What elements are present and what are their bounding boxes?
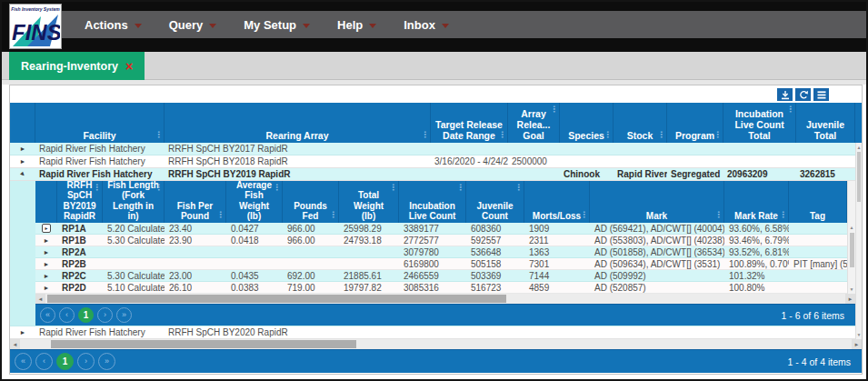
column-menu-icon[interactable]: ⋮ (514, 184, 523, 192)
pager-last-button[interactable]: » (98, 353, 115, 370)
column-menu-icon[interactable]: ⋮ (713, 131, 722, 139)
subgrid-row-rp1a[interactable]: ► RP1A 5.20 Calculated 23.40 0.0427 966.… (35, 223, 847, 235)
column-header-incubation-live-count-total[interactable]: Incubation Live Count Total ⋮ (723, 103, 796, 143)
scroll-up-icon[interactable]: ▲ (848, 225, 855, 230)
expand-row-icon[interactable]: ► (44, 261, 50, 267)
cell-unit-name: RP1A (57, 224, 103, 234)
subgrid-vertical-scrollbar[interactable]: ▲ ▼ (847, 181, 855, 294)
menu-item-actions[interactable]: Actions (76, 18, 161, 32)
pager-prev-button[interactable]: ‹ (59, 307, 75, 323)
column-menu-icon[interactable]: ⋮ (155, 184, 163, 192)
collapse-row-icon[interactable]: ► (18, 171, 27, 177)
expand-row-icon[interactable]: ► (20, 329, 26, 336)
scroll-left-icon[interactable]: ◄ (10, 339, 20, 349)
scroll-right-icon[interactable]: ► (852, 339, 862, 349)
scrollbar-thumb[interactable] (850, 233, 854, 267)
pager-first-button[interactable]: « (15, 353, 32, 370)
column-menu-icon[interactable]: ⋮ (216, 211, 224, 219)
pager-next-button[interactable]: › (97, 307, 113, 323)
app-window: Fish Inventory System FINS Actions Query… (0, 0, 868, 381)
subgrid-column-header-incubation-live-count[interactable]: Incubation Live Count ⋮ (399, 181, 466, 223)
grid-vertical-scrollbar[interactable]: ▲ ▼ (855, 143, 862, 339)
column-menu-icon[interactable]: ⋮ (604, 131, 612, 139)
column-header-array-release-goal[interactable]: Array Relea... Goal ⋮ (508, 103, 560, 143)
scrollbar-thumb[interactable] (51, 340, 356, 348)
subgrid-column-header-juvenile-count[interactable]: Juvenile Count ⋮ (466, 181, 524, 223)
scrollbar-thumb[interactable] (857, 152, 861, 202)
subgrid-row-rp1b[interactable]: ► RP1B 5.30 Calculated 23.90 0.0418 966.… (35, 235, 847, 246)
column-menu-icon[interactable]: ⋮ (580, 211, 588, 219)
grid-horizontal-scrollbar[interactable]: ◄ ► (10, 339, 862, 349)
subgrid-column-header-mark[interactable]: Mark ⋮ (590, 181, 724, 223)
pager-page-1-button[interactable]: 1 (56, 353, 74, 370)
subgrid-row-rp2d[interactable]: ► RP2D 5.10 Calculated 26.10 0.0383 719.… (35, 282, 847, 294)
refresh-button[interactable] (795, 88, 811, 101)
column-header-target-release-date-range[interactable]: Target Release Date Range ⋮ (431, 103, 508, 143)
scroll-left-icon[interactable]: ◄ (35, 294, 45, 304)
scroll-down-icon[interactable]: ▼ (848, 286, 855, 292)
scroll-up-icon[interactable]: ▲ (856, 145, 862, 150)
column-header-facility[interactable]: Facility ⋮ (35, 103, 165, 143)
column-menu-icon[interactable]: ⋮ (329, 211, 337, 219)
column-menu-icon[interactable]: ⋮ (389, 184, 397, 192)
menu-item-my-setup[interactable]: My Setup (235, 18, 329, 32)
subgrid-column-header-mark-rate[interactable]: Mark Rate ⋮ (724, 181, 789, 223)
table-row-by2019-expanded[interactable]: ► Rapid River Fish Hatchery RRFH SpCH BY… (10, 168, 855, 181)
expand-row-icon[interactable]: ► (44, 249, 50, 256)
subgrid-column-header-fish-per-pound[interactable]: Fish Per Pound ⋮ (165, 181, 226, 223)
column-menu-icon[interactable]: ⋮ (421, 131, 429, 139)
subgrid-column-header-rearing-unit[interactable]: RRFH SpCH BY2019 RapidR ⋮ (57, 181, 103, 223)
export-button[interactable] (777, 88, 793, 101)
pager-prev-button[interactable]: ‹ (35, 353, 53, 370)
pager-first-button[interactable]: « (40, 307, 55, 323)
subgrid-column-header-pounds-fed[interactable]: Pounds Fed ⋮ (283, 181, 339, 223)
column-header-juvenile-total[interactable]: Juvenile Total (796, 103, 855, 143)
expand-row-icon[interactable]: ► (44, 285, 50, 291)
scroll-right-icon[interactable]: ► (845, 294, 855, 304)
subgrid-column-header-average-fish-weight[interactable]: Average Fish Weight (lb) ⋮ (226, 181, 283, 223)
column-menu-icon[interactable]: ⋮ (456, 184, 464, 192)
table-row-by2020[interactable]: ► Rapid River Fish Hatchery RRFH SpCH BY… (10, 326, 855, 339)
column-menu-icon[interactable]: ⋮ (273, 184, 281, 192)
table-row-by2018[interactable]: ► Rapid River Fish Hatchery RRFH SpCH BY… (10, 155, 855, 168)
column-menu-icon[interactable]: ⋮ (779, 211, 787, 219)
column-header-program[interactable]: Program ⋮ (667, 103, 723, 143)
menu-label: My Setup (244, 18, 296, 32)
pager-next-button[interactable]: › (77, 353, 95, 370)
subgrid-row-rp2c[interactable]: ► RP2C 5.30 Calculated 23.00 0.0435 692.… (35, 270, 847, 282)
subgrid-row-rp2b[interactable]: ► RP2B 6169800 505158 7301 AD (5096 (35, 258, 847, 270)
subgrid-column-header-morts-loss[interactable]: Morts/Loss ⋮ (524, 181, 590, 223)
column-menu-icon[interactable]: ⋮ (657, 131, 665, 139)
cell-avg-fish-weight: 0.0383 (226, 283, 283, 293)
subgrid-column-header-fish-length[interactable]: Fish Length (Fork Length in in) ⋮ (103, 181, 165, 223)
column-menu-icon[interactable]: ⋮ (93, 184, 101, 192)
scrollbar-thumb[interactable] (47, 295, 506, 303)
expand-row-icon[interactable]: ► (44, 273, 50, 279)
tab-rearing-inventory[interactable]: Rearing-Inventory × (9, 52, 145, 80)
menu-item-query[interactable]: Query (161, 18, 236, 32)
column-header-species[interactable]: Species ⋮ (560, 103, 614, 143)
expand-row-icon[interactable]: ► (20, 145, 26, 152)
expand-row-icon[interactable]: ► (44, 237, 50, 244)
subgrid-column-header-total-weight[interactable]: Total Weight (lb) ⋮ (339, 181, 399, 223)
column-menu-icon[interactable]: ⋮ (155, 131, 163, 139)
column-menu-icon[interactable]: ⋮ (550, 105, 558, 114)
subgrid-horizontal-scrollbar[interactable]: ◄ ► (35, 294, 855, 304)
column-header-stock[interactable]: Stock ⋮ (614, 103, 667, 143)
menu-item-inbox[interactable]: Inbox (395, 18, 468, 32)
column-list-button[interactable] (813, 88, 829, 101)
subgrid-row-rp2a[interactable]: ► RP2A 3079780 536648 1363 AD (5018 (35, 246, 847, 258)
menu-item-help[interactable]: Help (329, 18, 395, 32)
table-row-by2017[interactable]: ► Rapid River Fish Hatchery RRFH SpCH BY… (10, 143, 855, 155)
tab-close-icon[interactable]: × (125, 60, 133, 73)
column-menu-icon[interactable]: ⋮ (714, 211, 723, 219)
expand-detail-boxed-icon[interactable]: ► (42, 224, 51, 233)
column-menu-icon[interactable]: ⋮ (786, 105, 794, 114)
pager-last-button[interactable]: » (116, 307, 132, 323)
column-menu-icon[interactable]: ⋮ (498, 131, 506, 139)
scroll-down-icon[interactable]: ▼ (856, 332, 862, 337)
pager-page-1-button[interactable]: 1 (78, 307, 94, 323)
expand-row-icon[interactable]: ► (20, 158, 26, 165)
column-header-rearing-array[interactable]: Rearing Array ⋮ (165, 103, 431, 143)
subgrid-column-header-tag[interactable]: Tag (789, 181, 847, 223)
